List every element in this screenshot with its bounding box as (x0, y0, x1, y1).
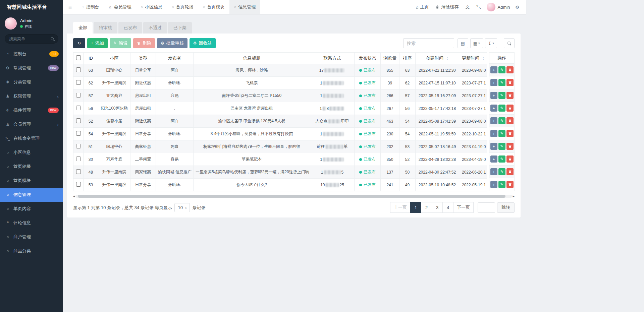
row-more-button[interactable]: + (490, 117, 497, 124)
page-size-select[interactable]: 10▴ (174, 203, 190, 212)
delete-button[interactable]: 删除 (133, 38, 155, 48)
sidebar-item-info[interactable]: ○ 信息管理 (0, 188, 63, 202)
row-checkbox[interactable] (76, 106, 81, 110)
sidebar-item-merchant[interactable]: ○ 商户管理 (0, 230, 63, 244)
row-edit-button[interactable]: ✎ (498, 105, 505, 112)
sidebar-item-addon[interactable]: ✈ 插件管理 new (0, 103, 63, 117)
user-avatar[interactable] (5, 17, 17, 29)
sort-icon[interactable]: ▲▼ (446, 57, 448, 60)
page-button-1[interactable]: 1 (410, 202, 421, 213)
export-button[interactable]: ↧▾ (485, 38, 497, 48)
row-more-button[interactable]: + (490, 155, 497, 163)
filter-tab-all[interactable]: 全部 (73, 22, 93, 34)
hamburger-menu-icon[interactable]: ≡ (63, 0, 77, 14)
edit-button[interactable]: ✎ 编辑 (110, 38, 131, 48)
col-header-community[interactable]: 小区 (98, 53, 130, 64)
batch-audit-button[interactable]: ⚙ 批量审核 (157, 38, 187, 48)
select-all-checkbox[interactable] (76, 55, 81, 60)
topbar-tab-member[interactable]: ♙ 会员管理 (104, 0, 136, 14)
topbar-tab-banner[interactable]: ○ 首页轮播 (167, 0, 198, 14)
topbar-avatar[interactable] (487, 3, 495, 11)
sidebar-item-dashboard[interactable]: ◔ 控制台 hot (0, 47, 63, 61)
row-edit-button[interactable]: ✎ (498, 130, 505, 137)
row-checkbox[interactable] (76, 80, 81, 85)
scrollbar-track[interactable] (75, 195, 512, 198)
columns-button[interactable]: ▦▾ (470, 38, 483, 48)
scroll-left-icon[interactable]: ◀ (73, 195, 75, 197)
topbar-tab-community[interactable]: ○ 小区信息 (136, 0, 167, 14)
row-more-button[interactable]: + (490, 105, 497, 112)
filter-tab-offline[interactable]: 已下架 (168, 22, 192, 34)
filter-tab-rejected[interactable]: 不通过 (143, 22, 167, 34)
row-delete-button[interactable] (506, 66, 514, 73)
sort-icon[interactable]: ▲▼ (482, 57, 484, 60)
row-checkbox[interactable] (76, 169, 81, 174)
row-more-button[interactable]: + (490, 92, 497, 99)
clear-cache-link[interactable]: 清除缓存 (432, 0, 462, 14)
row-checkbox[interactable] (76, 93, 81, 98)
row-more-button[interactable]: + (490, 130, 497, 137)
row-delete-button[interactable] (506, 105, 514, 112)
col-header-views[interactable]: 浏览量 (381, 53, 399, 64)
sidebar-item-page[interactable]: ○ 单页内容 (0, 202, 63, 216)
row-delete-button[interactable] (506, 168, 514, 175)
row-delete-button[interactable] (506, 117, 514, 124)
sidebar-item-command[interactable]: >_ 在线命令管理 (0, 131, 63, 145)
sidebar-item-comment[interactable]: ❝ 评论信息 (0, 216, 63, 230)
sidebar-item-community[interactable]: ○ 小区信息 (0, 145, 63, 160)
search-toggle-button[interactable] (504, 38, 515, 48)
sidebar-item-general[interactable]: ⚙ 常规管理 new (0, 61, 63, 75)
home-link[interactable]: ⌂ 主页 (413, 0, 432, 14)
col-header-id[interactable]: ID (84, 53, 98, 64)
row-checkbox[interactable] (76, 118, 81, 123)
settings-button[interactable]: ⚙ (512, 0, 523, 14)
row-more-button[interactable]: + (490, 143, 497, 150)
row-edit-button[interactable]: ✎ (498, 143, 505, 150)
row-delete-button[interactable] (506, 92, 514, 99)
col-header-publisher[interactable]: 发布者 (156, 53, 194, 64)
topbar-tab-dashboard[interactable]: ◔ 控制台 (77, 0, 104, 14)
topbar-username[interactable]: Admin (497, 5, 510, 10)
filter-tab-pending[interactable]: 待审核 (94, 22, 117, 34)
scroll-right-icon[interactable]: ▶ (513, 195, 515, 197)
page-jump-input[interactable] (478, 202, 495, 213)
col-header-title[interactable]: 信息标题 (194, 53, 310, 64)
row-delete-button[interactable] (506, 143, 514, 150)
col-header-contact[interactable]: 联系方式 (310, 53, 355, 64)
table-search-input[interactable] (403, 38, 454, 48)
view-toggle-button[interactable]: ▤ (458, 38, 468, 48)
recycle-button[interactable]: ♻ 回收站 (190, 38, 216, 48)
page-jump-button[interactable]: 跳转 (497, 202, 515, 213)
prev-page-button[interactable]: 上一页 (390, 202, 411, 213)
row-checkbox[interactable] (76, 67, 81, 72)
row-delete-button[interactable] (506, 130, 514, 137)
refresh-button[interactable]: ↻ (73, 38, 85, 48)
row-checkbox[interactable] (76, 144, 81, 148)
row-more-button[interactable]: + (490, 79, 497, 86)
row-edit-button[interactable]: ✎ (498, 79, 505, 86)
col-header-status[interactable]: 发布状态 (355, 53, 381, 64)
col-header-created[interactable]: 创建时间 ▲▼ (416, 53, 459, 64)
next-page-button[interactable]: 下一页 (453, 202, 474, 213)
row-edit-button[interactable]: ✎ (498, 155, 505, 163)
col-header-type[interactable]: 类型 (130, 53, 156, 64)
col-header-sort[interactable]: 排序 (399, 53, 416, 64)
topbar-tab-info[interactable]: ○ 信息管理 (229, 0, 261, 14)
filter-tab-published[interactable]: 已发布 (118, 22, 142, 34)
row-edit-button[interactable]: ✎ (498, 92, 505, 99)
sidebar-item-banner[interactable]: ○ 首页轮播 (0, 160, 63, 174)
row-edit-button[interactable]: ✎ (498, 66, 505, 73)
row-edit-button[interactable]: ✎ (498, 181, 505, 188)
row-edit-button[interactable]: ✎ (498, 117, 505, 124)
row-edit-button[interactable]: ✎ (498, 168, 505, 175)
language-button[interactable]: 文 (462, 0, 473, 14)
row-checkbox[interactable] (76, 182, 81, 187)
row-more-button[interactable]: + (490, 168, 497, 175)
fullscreen-button[interactable]: ↖↘ (473, 0, 484, 14)
row-delete-button[interactable] (506, 79, 514, 86)
page-button-2[interactable]: 2 (421, 202, 432, 213)
sidebar-item-member[interactable]: ♙ 会员管理 ‹ (0, 117, 63, 131)
topbar-tab-module[interactable]: ○ 首页模块 (198, 0, 229, 14)
sidebar-item-category[interactable]: ❖ 分类管理 (0, 75, 63, 89)
row-delete-button[interactable] (506, 155, 514, 163)
